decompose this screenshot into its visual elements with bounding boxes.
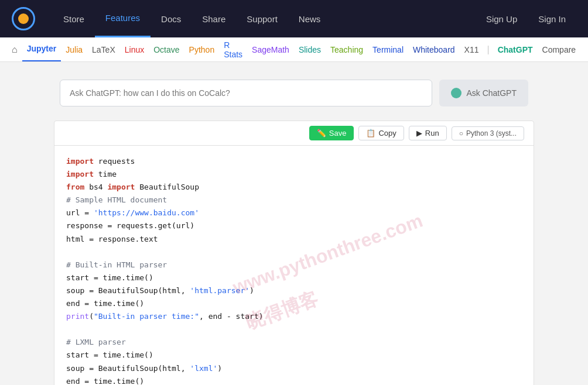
main-content: Ask ChatGPT ✏️ Save 📋 Copy ▶ Run ○ Pytho… [0, 62, 588, 385]
kernel-icon: ○ [459, 129, 463, 138]
subnav-julia[interactable]: Julia [61, 37, 87, 62]
nav-docs[interactable]: Docs [151, 0, 192, 37]
code-area[interactable]: www.pythonthree.com 晓得博客 import requests… [54, 146, 534, 385]
notebook-toolbar: ✏️ Save 📋 Copy ▶ Run ○ Python 3 (syst... [54, 121, 534, 146]
subnav-x11[interactable]: X11 [460, 37, 484, 62]
chatgpt-icon [451, 88, 461, 98]
notebook-container: ✏️ Save 📋 Copy ▶ Run ○ Python 3 (syst...… [54, 121, 534, 385]
run-button[interactable]: ▶ Run [409, 126, 447, 140]
code-block: import requests import time from bs4 imp… [66, 155, 522, 385]
nav-news[interactable]: News [288, 0, 331, 37]
kernel-button[interactable]: ○ Python 3 (syst... [452, 126, 524, 140]
nav-features[interactable]: Features [95, 0, 151, 37]
main-nav-links: Store Features Docs Share Support News [53, 0, 476, 37]
home-icon[interactable]: ⌂ [12, 44, 18, 55]
sub-nav: ⌂ Jupyter Julia LaTeX Linux Octave Pytho… [0, 37, 588, 62]
subnav-latex[interactable]: LaTeX [87, 37, 120, 62]
subnav-rstats[interactable]: R Stats [219, 37, 247, 62]
nav-share[interactable]: Share [192, 0, 236, 37]
subnav-chatgpt[interactable]: ChatGPT [493, 37, 538, 62]
subnav-slides[interactable]: Slides [294, 37, 326, 62]
chatgpt-bar: Ask ChatGPT [60, 80, 528, 106]
chatgpt-input[interactable] [60, 80, 432, 106]
copy-button[interactable]: 📋 Copy [358, 126, 404, 140]
subnav-jupyter[interactable]: Jupyter [22, 37, 61, 62]
nav-signup[interactable]: Sign Up [476, 0, 528, 37]
nav-right: Sign Up Sign In [476, 0, 576, 37]
logo[interactable] [12, 7, 35, 30]
subnav-python[interactable]: Python [184, 37, 220, 62]
top-nav: Store Features Docs Share Support News S… [0, 0, 588, 37]
nav-store[interactable]: Store [53, 0, 95, 37]
subnav-compare[interactable]: Compare [538, 37, 581, 62]
subnav-octave[interactable]: Octave [149, 37, 184, 62]
subnav-teaching[interactable]: Teaching [326, 37, 368, 62]
run-icon: ▶ [416, 129, 422, 138]
ask-chatgpt-button[interactable]: Ask ChatGPT [439, 80, 528, 106]
subnav-linux[interactable]: Linux [120, 37, 149, 62]
subnav-whiteboard[interactable]: Whiteboard [408, 37, 460, 62]
subnav-terminal[interactable]: Terminal [368, 37, 408, 62]
subnav-divider: | [484, 44, 493, 55]
nav-signin[interactable]: Sign In [528, 0, 576, 37]
save-button[interactable]: ✏️ Save [309, 126, 354, 140]
sub-nav-links: Jupyter Julia LaTeX Linux Octave Python … [22, 37, 580, 62]
nav-support[interactable]: Support [236, 0, 288, 37]
copy-icon: 📋 [366, 129, 375, 138]
subnav-sagemath[interactable]: SageMath [247, 37, 294, 62]
edit-icon: ✏️ [317, 129, 326, 138]
